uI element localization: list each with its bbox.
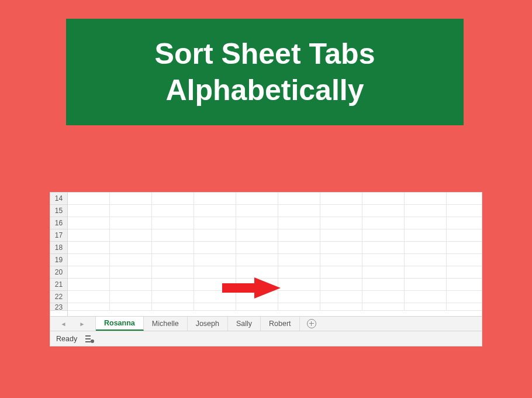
table-row	[68, 279, 482, 291]
tab-next-button[interactable]: ►	[80, 321, 85, 327]
status-bar: Ready	[50, 331, 482, 346]
row-header[interactable]: 23	[50, 303, 67, 311]
sheet-tab-label: Michelle	[152, 320, 179, 328]
sheet-tab[interactable]: Joseph	[188, 317, 228, 331]
table-row	[68, 303, 482, 311]
row-header[interactable]: 22	[50, 291, 67, 303]
page-title: Sort Sheet Tabs Alphabetically	[66, 36, 464, 109]
macro-recorder-icon[interactable]	[85, 335, 94, 342]
row-header-gutter: 14 15 16 17 18 19 20 21 22 23	[50, 193, 68, 316]
row-header[interactable]: 16	[50, 217, 67, 229]
table-row	[68, 242, 482, 254]
sheet-tab-label: Sally	[236, 320, 252, 328]
row-header[interactable]: 21	[50, 279, 67, 291]
status-text: Ready	[56, 335, 77, 343]
table-row	[68, 193, 482, 205]
title-banner: Sort Sheet Tabs Alphabetically	[66, 19, 464, 125]
sheet-tab[interactable]: Rosanna	[96, 317, 144, 331]
row-header[interactable]: 18	[50, 242, 67, 254]
table-row	[68, 217, 482, 229]
row-header[interactable]: 14	[50, 193, 67, 205]
row-header[interactable]: 17	[50, 229, 67, 242]
sheet-tab-label: Joseph	[196, 320, 219, 328]
sheet-tab-bar: ◄ ► Rosanna Michelle Joseph Sally Robert	[50, 316, 482, 331]
table-row	[68, 291, 482, 303]
table-row	[68, 266, 482, 279]
row-header[interactable]: 20	[50, 266, 67, 279]
spreadsheet-grid: 14 15 16 17 18 19 20 21 22 23	[50, 193, 482, 316]
table-row	[68, 229, 482, 242]
new-sheet-button[interactable]	[300, 317, 323, 331]
row-header[interactable]: 15	[50, 205, 67, 217]
plus-circle-icon	[307, 319, 316, 328]
cells-area[interactable]	[68, 193, 482, 316]
tab-prev-button[interactable]: ◄	[61, 321, 67, 327]
sheet-tab[interactable]: Robert	[261, 317, 300, 331]
row-header[interactable]: 19	[50, 254, 67, 266]
tab-nav-arrows: ◄ ►	[50, 317, 96, 331]
sheet-tab-label: Rosanna	[104, 319, 135, 327]
sheet-tab[interactable]: Michelle	[144, 317, 188, 331]
table-row	[68, 205, 482, 217]
sheet-tab-label: Robert	[269, 320, 291, 328]
sheet-tab[interactable]: Sally	[228, 317, 261, 331]
table-row	[68, 254, 482, 266]
sheet-tabs: Rosanna Michelle Joseph Sally Robert	[96, 317, 300, 331]
excel-window: 14 15 16 17 18 19 20 21 22 23 ◄ ►	[50, 192, 482, 346]
